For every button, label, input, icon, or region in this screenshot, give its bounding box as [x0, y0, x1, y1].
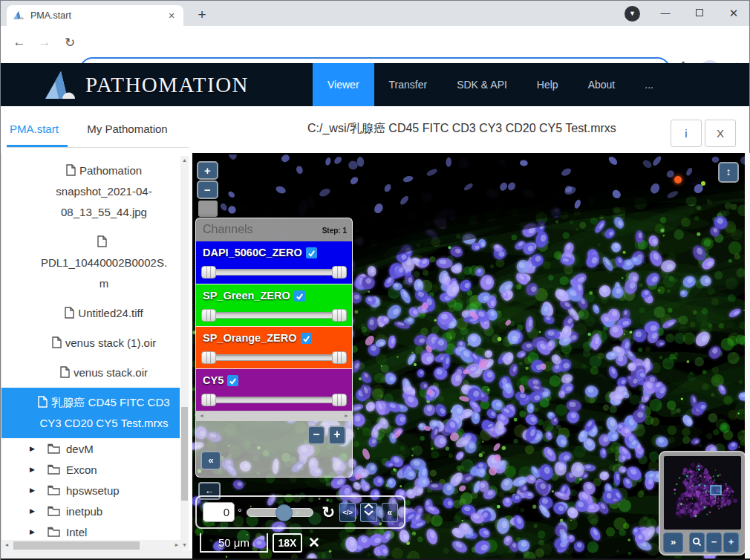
window-close-button[interactable]: ✕	[719, 1, 749, 25]
embed-code-button[interactable]: </>	[339, 503, 356, 522]
channel-checkbox[interactable]	[294, 290, 305, 302]
tree-item-folder[interactable]: ▶ inetpub	[1, 501, 180, 521]
tree-item-file[interactable]: Untitled24.tiff	[1, 299, 180, 328]
magnification-badge: 18X	[273, 533, 302, 553]
file-name: 乳腺癌 CD45 FITC CD3 CY3 CD20 CY5 Test.mrxs	[39, 396, 169, 429]
resize-vertical-button[interactable]: ↕	[718, 162, 739, 183]
tree-item-file[interactable]: Pathomation snapshot_2021-04-08_13_55_44…	[1, 156, 180, 227]
flip-vertical-button[interactable]	[360, 503, 376, 522]
rotation-slider[interactable]	[247, 508, 313, 517]
range-handle-max[interactable]	[332, 394, 347, 406]
slide-close-button[interactable]: X	[705, 120, 736, 147]
tab-my-pathomation[interactable]: My Pathomation	[84, 117, 176, 147]
zoom-in-button[interactable]: +	[197, 161, 218, 180]
window-maximize-button[interactable]	[685, 1, 714, 25]
rotation-slider-handle[interactable]	[275, 504, 293, 521]
range-handle-min[interactable]	[201, 394, 216, 406]
channels-scrollbar[interactable]: ◄ ►	[196, 411, 352, 421]
channel-checkbox[interactable]	[306, 247, 317, 258]
tree-item-file-selected[interactable]: 乳腺癌 CD45 FITC CD3 CY3 CD20 CY5 Test.mrxs	[1, 388, 180, 438]
channels-header[interactable]: Channels Step: 1	[196, 218, 352, 241]
pathomation-logo[interactable]: PATHOMATION	[42, 68, 249, 102]
channel-label: SP_Orange_ZERO	[203, 332, 297, 344]
minimap-magnifier-button[interactable]	[689, 533, 705, 553]
minimap-expand-button[interactable]: »	[663, 533, 683, 553]
nav-item-viewer[interactable]: Viewer	[313, 63, 374, 106]
expand-caret-icon[interactable]: ▶	[30, 466, 48, 473]
expand-caret-icon[interactable]: ▶	[30, 445, 48, 452]
file-name: venus stack.oir	[74, 366, 148, 379]
file-name: PDL1_10440002B0002S.m	[41, 256, 167, 290]
channels-plus-button[interactable]: +	[328, 426, 346, 445]
scalebar-close-icon[interactable]: ✕	[308, 534, 320, 551]
file-tree-sidebar: Pathomation snapshot_2021-04-08_13_55_44…	[1, 153, 192, 560]
nav-item-about[interactable]: About	[573, 63, 630, 106]
step-label: Step: 1	[322, 227, 347, 235]
channel-row-cy5: CY5	[196, 368, 352, 411]
channel-range-slider[interactable]	[203, 266, 345, 281]
reload-icon[interactable]: ↻	[60, 35, 79, 51]
minimap-thumbnail[interactable]	[664, 456, 741, 530]
tree-horizontal-scrollbar[interactable]: ◄ ►	[1, 540, 182, 550]
nav-item-help[interactable]: Help	[522, 63, 573, 106]
channel-range-slider[interactable]	[203, 309, 345, 324]
rotation-collapse-button[interactable]: «	[382, 503, 398, 522]
channel-range-slider[interactable]	[203, 394, 345, 408]
range-handle-min[interactable]	[201, 351, 216, 364]
tree-vertical-scrollbar[interactable]: ▲ ▼	[180, 156, 189, 550]
minimap-zoom-in-button[interactable]: +	[723, 533, 739, 553]
tree-item-folder[interactable]: ▶ Excon	[1, 459, 180, 480]
expand-caret-icon[interactable]: ▶	[30, 486, 48, 494]
channel-range-slider[interactable]	[203, 351, 345, 366]
tab-close-icon[interactable]: ✕	[166, 10, 177, 22]
scroll-right-icon[interactable]: ►	[172, 540, 182, 550]
tree-item-file[interactable]: venus stack.oir	[1, 358, 180, 388]
channel-checkbox[interactable]	[301, 333, 312, 344]
zoom-slider[interactable]	[198, 201, 218, 217]
tab-pma-start[interactable]: PMA.start	[7, 117, 68, 147]
flip-chevrons-icon	[364, 504, 374, 515]
scroll-right-icon[interactable]: ►	[344, 413, 349, 418]
nav-item-sdk-api[interactable]: SDK & API	[442, 63, 522, 106]
channels-collapse-button[interactable]: «	[200, 451, 221, 470]
slide-info-button[interactable]: i	[671, 120, 702, 147]
browser-tab[interactable]: PMA.start ✕	[7, 5, 183, 26]
rotate-reset-icon[interactable]: ↻	[322, 504, 336, 521]
range-handle-min[interactable]	[201, 266, 216, 279]
channels-minus-button[interactable]: −	[307, 426, 325, 445]
new-tab-button[interactable]: +	[192, 6, 212, 25]
channel-row-green: SP_Green_ZERO	[196, 284, 352, 326]
tree-item-file[interactable]: venus stack (1).oir	[1, 328, 180, 358]
expand-caret-icon[interactable]: ▶	[30, 528, 48, 535]
horizontal-scroll-thumb[interactable]	[13, 541, 140, 550]
tree-item-folder[interactable]: ▶ hpswsetup	[1, 480, 180, 501]
scroll-up-icon[interactable]: ▲	[180, 156, 189, 165]
tree-item-file[interactable]: PDL1_10440002B0002S.m	[1, 227, 180, 299]
vertical-scroll-thumb[interactable]	[181, 407, 188, 501]
window-minimize-button[interactable]: —	[650, 1, 680, 25]
zoom-out-button[interactable]: −	[197, 180, 218, 199]
range-handle-max[interactable]	[332, 351, 347, 364]
slide-viewer[interactable]: + − Channels Step: 1 DAPI_5060C_ZERO SP_…	[192, 153, 745, 559]
channel-checkbox[interactable]	[227, 375, 238, 386]
nav-item-overflow[interactable]: ...	[630, 63, 668, 106]
folder-icon	[48, 443, 60, 454]
scroll-left-icon[interactable]: ◄	[1, 540, 12, 550]
expand-caret-icon[interactable]: ▶	[30, 507, 48, 515]
range-handle-max[interactable]	[332, 266, 347, 279]
range-handle-max[interactable]	[332, 309, 347, 322]
nav-item-transfer[interactable]: Transfer	[374, 63, 443, 106]
rotation-input[interactable]: 0	[203, 502, 235, 522]
degree-icon: °	[238, 506, 242, 518]
app-tab-row: PMA.start My Pathomation C:/_wsi/乳腺癌 CD4…	[1, 106, 749, 153]
folder-icon	[48, 464, 60, 475]
scroll-left-icon[interactable]: ◄	[199, 413, 204, 418]
tree-item-folder[interactable]: ▶ Intel	[1, 521, 180, 542]
media-control-icon[interactable]: ▼	[625, 6, 640, 22]
minimap-zoom-out-button[interactable]: −	[706, 533, 722, 553]
content-scrollbar[interactable]	[745, 153, 750, 560]
folder-name: inetpub	[66, 505, 102, 518]
range-handle-min[interactable]	[201, 309, 216, 322]
tree-item-folder[interactable]: ▶ devM	[1, 438, 180, 459]
back-icon[interactable]: ←	[10, 35, 29, 50]
